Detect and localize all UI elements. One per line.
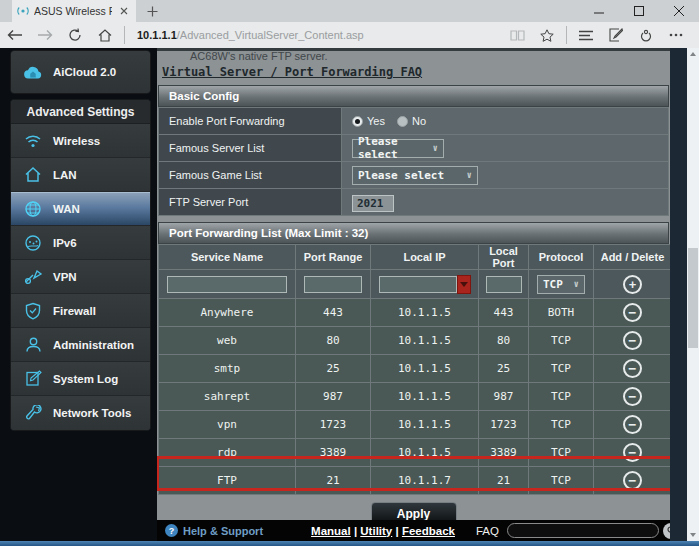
- manual-link[interactable]: Manual: [311, 525, 351, 537]
- favorites-star-icon[interactable]: [532, 23, 562, 47]
- browser-tab[interactable]: ASUS Wireless Router R: [12, 0, 136, 22]
- service-name-input[interactable]: [167, 276, 287, 293]
- local-ip-input[interactable]: [379, 276, 457, 293]
- sidebar-item-lan[interactable]: LAN: [11, 158, 150, 192]
- radio-option-yes[interactable]: Yes: [352, 115, 385, 127]
- faq-link[interactable]: Virtual Server / Port Forwarding FAQ: [162, 65, 422, 79]
- footer-links: Manual | Utility | Feedback: [311, 525, 455, 537]
- column-header: Local Port: [479, 245, 529, 270]
- router-favicon-icon: [17, 5, 29, 17]
- close-button[interactable]: [659, 0, 699, 22]
- column-header-row: Service Name Port Range Local IP Local P…: [159, 245, 671, 270]
- sidebar-item-vpn[interactable]: VPN: [11, 260, 150, 294]
- add-entry-button[interactable]: +: [623, 275, 642, 294]
- cell-port-range: 1723: [296, 411, 371, 439]
- maximize-button[interactable]: [619, 0, 659, 22]
- sidebar-item-firewall[interactable]: Firewall: [11, 294, 150, 328]
- local-port-input[interactable]: [486, 276, 522, 293]
- radio-label: Yes: [367, 115, 385, 127]
- sidebar-item-label: Wireless: [53, 135, 100, 147]
- radio-unselected-icon[interactable]: [397, 116, 408, 127]
- main-content: AC68W's native FTP server. Virtual Serve…: [157, 48, 670, 520]
- address-bar[interactable]: 10.1.1.1/Advanced_VirtualServer_Content.…: [137, 29, 502, 41]
- port-range-input[interactable]: [304, 276, 362, 293]
- scroll-up-icon[interactable]: [687, 48, 699, 60]
- cell-local-ip: 10.1.1.5: [371, 327, 479, 355]
- utility-link[interactable]: Utility: [360, 525, 392, 537]
- refresh-icon[interactable]: [60, 23, 90, 47]
- column-header: Protocol: [529, 245, 594, 270]
- ftp-server-port-input[interactable]: [352, 195, 394, 212]
- famous-game-list-select[interactable]: Please select ∨: [352, 166, 478, 185]
- help-support-label: Help & Support: [183, 525, 263, 537]
- sidebar-item-label: WAN: [53, 203, 80, 215]
- faq-search-input[interactable]: [507, 523, 659, 538]
- radio-label: No: [412, 115, 426, 127]
- chevron-down-icon: ∨: [433, 143, 438, 153]
- sidebar-item-ipv6[interactable]: IPv6: [11, 226, 150, 260]
- sidebar-item-label: LAN: [53, 169, 77, 181]
- scrollbar-thumb[interactable]: [688, 248, 698, 348]
- hub-icon[interactable]: [571, 23, 601, 47]
- home-icon[interactable]: [90, 23, 120, 47]
- delete-entry-button[interactable]: −: [623, 387, 642, 406]
- delete-entry-button[interactable]: −: [623, 443, 642, 462]
- radio-selected-icon[interactable]: [352, 116, 363, 127]
- table-row-highlighted: FTP 21 10.1.1.7 21 TCP −: [159, 467, 671, 495]
- radio-option-no[interactable]: No: [397, 115, 426, 127]
- toolbar-right-icons: [502, 23, 691, 47]
- sidebar-item-network-tools[interactable]: Network Tools: [11, 396, 150, 430]
- row-label: Famous Server List: [159, 135, 342, 162]
- port-forwarding-table: Service Name Port Range Local IP Local P…: [158, 244, 670, 495]
- sidebar-item-system-log[interactable]: System Log: [11, 362, 150, 396]
- minimize-button[interactable]: [579, 0, 619, 22]
- cell-protocol: TCP: [529, 355, 594, 383]
- famous-server-list-select[interactable]: Please select ∨: [352, 139, 444, 158]
- tab-close-icon[interactable]: [117, 4, 131, 18]
- table-row: Famous Server List Please select ∨: [159, 135, 669, 162]
- sidebar-item-label: Administration: [53, 339, 134, 351]
- cell-local-ip: 10.1.1.5: [371, 355, 479, 383]
- vertical-scrollbar[interactable]: [687, 48, 699, 541]
- apply-button[interactable]: Apply: [371, 502, 457, 520]
- scroll-down-icon[interactable]: [687, 529, 699, 541]
- delete-entry-button[interactable]: −: [623, 471, 642, 490]
- table-row: Anywhere 443 10.1.1.5 443 BOTH −: [159, 299, 671, 327]
- advanced-settings-box: Advanced Settings Wireless LAN: [10, 99, 151, 431]
- sidebar: AiCloud 2.0 Advanced Settings Wireless L…: [10, 50, 151, 436]
- back-icon[interactable]: [0, 23, 30, 47]
- sidebar-item-wan[interactable]: WAN: [11, 192, 150, 226]
- sidebar-item-administration[interactable]: Administration: [11, 328, 150, 362]
- share-icon[interactable]: [631, 23, 661, 47]
- cell-local-ip: 10.1.1.5: [371, 383, 479, 411]
- ip-dropdown-button[interactable]: [457, 275, 471, 294]
- table-row: FTP Server Port: [159, 189, 669, 216]
- vpn-key-icon: [23, 268, 43, 286]
- sidebar-item-label: AiCloud 2.0: [53, 66, 116, 78]
- new-tab-button[interactable]: [142, 2, 162, 20]
- forward-icon[interactable]: [30, 23, 60, 47]
- delete-entry-button[interactable]: −: [623, 359, 642, 378]
- sidebar-item-wireless[interactable]: Wireless: [11, 124, 150, 158]
- sidebar-item-label: IPv6: [53, 237, 77, 249]
- link-separator: |: [354, 525, 357, 537]
- cell-protocol: BOTH: [529, 299, 594, 327]
- cell-local-port: 987: [479, 383, 529, 411]
- web-note-icon[interactable]: [601, 23, 631, 47]
- table-row: vpn 1723 10.1.1.5 1723 TCP −: [159, 411, 671, 439]
- protocol-select[interactable]: TCP ∨: [537, 275, 585, 294]
- toolbar-divider: [124, 26, 125, 44]
- more-options-icon[interactable]: [661, 23, 691, 47]
- table-row: Famous Game List Please select ∨: [159, 162, 669, 189]
- feedback-link[interactable]: Feedback: [402, 525, 455, 537]
- page-viewport: AiCloud 2.0 Advanced Settings Wireless L…: [0, 48, 699, 546]
- help-support-link[interactable]: Help & Support: [165, 524, 263, 537]
- table-row: Enable Port Forwarding Yes No: [159, 108, 669, 135]
- delete-entry-button[interactable]: −: [623, 415, 642, 434]
- cell-port-range: 25: [296, 355, 371, 383]
- sidebar-item-aicloud[interactable]: AiCloud 2.0: [11, 51, 150, 93]
- delete-entry-button[interactable]: −: [623, 331, 642, 350]
- delete-entry-button[interactable]: −: [623, 303, 642, 322]
- cell-service-name: web: [159, 327, 296, 355]
- reading-view-icon[interactable]: [502, 23, 532, 47]
